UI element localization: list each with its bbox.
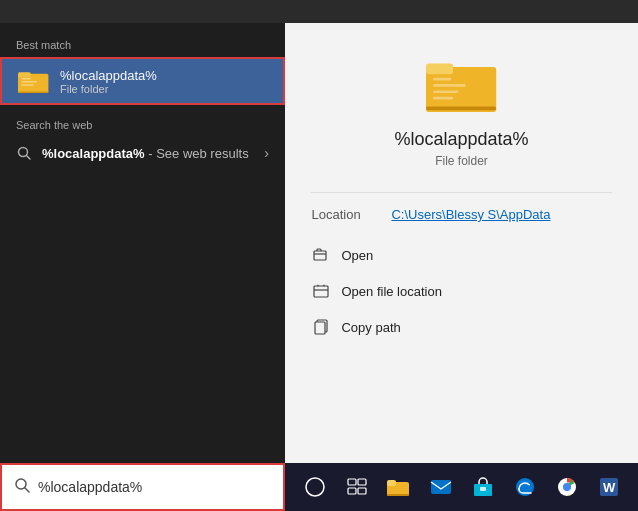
- web-search-icon: [16, 145, 32, 161]
- action-copy-path-label: Copy path: [341, 320, 400, 335]
- svg-text:W: W: [603, 480, 616, 495]
- chevron-right-icon: ›: [264, 145, 269, 161]
- svg-rect-5: [21, 84, 34, 86]
- svg-rect-14: [433, 97, 453, 100]
- svg-rect-3: [21, 78, 31, 80]
- svg-rect-27: [387, 480, 396, 486]
- svg-rect-28: [387, 494, 409, 496]
- web-search-query: %localappdata%: [42, 146, 145, 161]
- mail-button[interactable]: [423, 469, 459, 505]
- svg-rect-10: [426, 107, 496, 111]
- detail-actions: Open Open file location Copy: [311, 242, 611, 340]
- svg-rect-25: [358, 488, 366, 494]
- best-match-title: %localappdata%: [60, 68, 157, 83]
- store-button[interactable]: [465, 469, 501, 505]
- svg-rect-23: [358, 479, 366, 485]
- taskbar-search-text: %localappdata%: [38, 479, 142, 495]
- svg-rect-31: [480, 487, 486, 491]
- cortana-button[interactable]: [297, 469, 333, 505]
- location-value[interactable]: C:\Users\Blessy S\AppData: [391, 207, 550, 222]
- task-view-button[interactable]: [339, 469, 375, 505]
- detail-panel: %localappdata% File folder Location C:\U…: [285, 23, 638, 463]
- detail-info-row: Location C:\Users\Blessy S\AppData: [311, 207, 611, 222]
- svg-rect-1: [18, 72, 31, 77]
- open-icon: [311, 245, 331, 265]
- web-search-item[interactable]: %localappdata% - See web results ›: [0, 137, 285, 169]
- action-open-label: Open: [341, 248, 373, 263]
- location-label: Location: [311, 207, 391, 222]
- web-section-label: Search the web: [0, 105, 285, 137]
- detail-folder-icon: [426, 53, 498, 117]
- best-match-subtitle: File folder: [60, 83, 157, 95]
- open-file-location-icon: [311, 281, 331, 301]
- svg-rect-22: [348, 479, 356, 485]
- svg-rect-4: [21, 81, 37, 83]
- search-panel: Best match %localappdata% File folder Se…: [0, 23, 285, 463]
- copy-path-icon: [311, 317, 331, 337]
- taskbar: %localappdata%: [0, 463, 638, 511]
- svg-rect-24: [348, 488, 356, 494]
- svg-line-20: [25, 488, 29, 492]
- svg-point-21: [306, 478, 324, 496]
- svg-rect-29: [431, 480, 451, 494]
- svg-rect-13: [433, 90, 458, 93]
- svg-rect-12: [433, 84, 465, 87]
- folder-icon: [18, 67, 50, 95]
- detail-divider: [311, 192, 611, 193]
- file-explorer-button[interactable]: [381, 469, 417, 505]
- svg-rect-11: [433, 78, 451, 81]
- best-match-item[interactable]: %localappdata% File folder: [0, 57, 285, 105]
- best-match-item-text: %localappdata% File folder: [60, 68, 157, 95]
- taskbar-search-area: %localappdata%: [0, 463, 285, 511]
- action-open-file-location-label: Open file location: [341, 284, 441, 299]
- action-open-file-location[interactable]: Open file location: [311, 278, 611, 304]
- svg-rect-15: [314, 251, 326, 260]
- taskbar-icons-area: W: [285, 469, 638, 505]
- taskbar-search-icon: [14, 477, 30, 497]
- detail-subtitle: File folder: [435, 154, 488, 168]
- best-match-label: Best match: [0, 35, 285, 57]
- results-area: Best match %localappdata% File folder Se…: [0, 23, 285, 463]
- svg-line-7: [27, 156, 31, 160]
- web-search-suffix: - See web results: [145, 146, 249, 161]
- chrome-button[interactable]: [549, 469, 585, 505]
- edge-button[interactable]: [507, 469, 543, 505]
- action-copy-path[interactable]: Copy path: [311, 314, 611, 340]
- svg-rect-2: [18, 91, 48, 93]
- svg-rect-9: [426, 63, 453, 74]
- word-button[interactable]: W: [591, 469, 627, 505]
- web-search-text: %localappdata% - See web results: [42, 146, 264, 161]
- svg-rect-16: [314, 286, 328, 297]
- detail-title: %localappdata%: [394, 129, 528, 150]
- svg-rect-18: [315, 322, 325, 334]
- action-open[interactable]: Open: [311, 242, 611, 268]
- svg-point-35: [563, 484, 570, 491]
